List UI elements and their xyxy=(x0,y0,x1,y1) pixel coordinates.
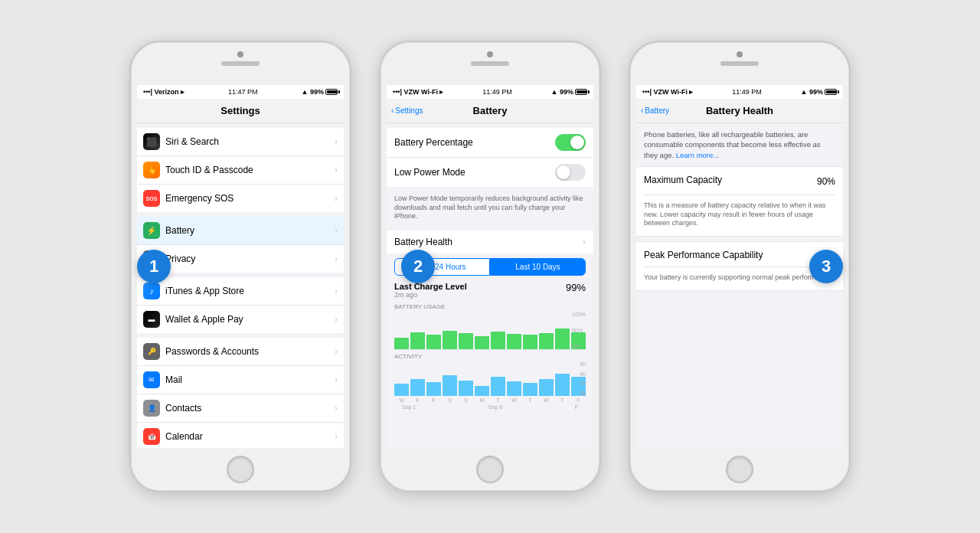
bar xyxy=(475,386,489,397)
bar xyxy=(426,335,441,349)
speaker-2 xyxy=(471,61,509,66)
nav-bar-2: ‹ Settings Battery xyxy=(387,99,593,123)
carrier-2: •••| VZW Wi-Fi ▸ xyxy=(393,88,443,96)
bar xyxy=(426,382,441,396)
carrier-3: •••| VZW Wi-Fi ▸ xyxy=(642,88,693,96)
speaker xyxy=(221,61,260,66)
settings-group-3: ♪ iTunes & App Store › ▬ Wallet & Apple … xyxy=(137,277,344,333)
list-item[interactable]: 👤 Contacts › xyxy=(137,394,344,423)
list-item[interactable]: ⚡ Battery › xyxy=(137,217,344,245)
date-range: Sep 1 Sep 8 F xyxy=(394,404,586,410)
status-bar-2: •••| VZW Wi-Fi ▸ 11:49 PM ▲ 99% xyxy=(387,85,593,99)
battery-icon-2 xyxy=(575,89,587,95)
battery-toggle-group: Battery Percentage Low Power Mode xyxy=(387,128,593,187)
speaker-3 xyxy=(720,61,759,66)
bar xyxy=(555,329,570,349)
list-item[interactable]: ♪ iTunes & App Store › xyxy=(137,277,344,306)
list-item[interactable]: ▬ Wallet & Apple Pay › xyxy=(137,306,344,333)
bar xyxy=(394,338,409,349)
health-chevron: › xyxy=(583,237,586,247)
camera-icon-2 xyxy=(487,51,493,57)
time-1: 11:47 PM xyxy=(228,88,258,96)
touch-id-icon: 👆 xyxy=(143,162,160,178)
bar xyxy=(491,377,505,396)
bar xyxy=(459,381,473,396)
bh-intro: Phone batteries, like all rechargeable b… xyxy=(636,123,843,166)
divider xyxy=(644,195,835,195)
home-button-2[interactable] xyxy=(476,456,504,483)
battery-percentage-toggle[interactable] xyxy=(555,134,586,151)
status-bar-3: •••| VZW Wi-Fi ▸ 11:49 PM ▲ 99% xyxy=(636,85,843,99)
bar xyxy=(571,377,586,396)
step-3-circle: 3 xyxy=(809,250,843,283)
carrier-1: •••| Verizon ▸ xyxy=(143,88,185,96)
list-item[interactable]: ⬛ Siri & Search › xyxy=(137,128,344,156)
bar xyxy=(539,333,554,350)
camera-icon xyxy=(237,51,243,57)
back-button-3[interactable]: ‹ Battery xyxy=(641,106,669,115)
low-power-toggle[interactable] xyxy=(555,164,586,181)
bar xyxy=(410,332,425,349)
time-3: 11:49 PM xyxy=(732,88,762,96)
max-capacity-group: Maximum Capacity 90% This is a measure o… xyxy=(636,166,843,237)
phone-3-top xyxy=(720,51,759,66)
bar xyxy=(443,375,457,396)
battery-settings-icon: ⚡ xyxy=(143,222,160,239)
siri-icon: ⬛ xyxy=(143,133,160,150)
list-item[interactable]: 📅 Calendar › xyxy=(137,423,344,448)
bar-chart-blue: 6h 4h 2h 0h xyxy=(394,361,586,396)
battery-icon-1 xyxy=(325,89,338,95)
battery-icon-3 xyxy=(825,89,837,95)
last-10d-button[interactable]: Last 10 Days xyxy=(490,258,586,276)
settings-group-4: 🔑 Passwords & Accounts › ✉ Mail › 👤 Cont… xyxy=(137,338,344,448)
battery-percentage-row[interactable]: Battery Percentage xyxy=(387,128,593,158)
arrow-pointer-2: ▶ xyxy=(387,236,387,248)
bar-chart-green: 100% 50% 0% xyxy=(394,312,586,350)
signal-1: ▲ 99% xyxy=(302,88,338,96)
bar xyxy=(539,379,554,397)
calendar-icon: 📅 xyxy=(143,428,160,445)
phone-2-top xyxy=(471,51,509,66)
camera-icon-3 xyxy=(737,51,743,57)
bar xyxy=(475,336,489,349)
emergency-sos-icon: SOS xyxy=(143,190,160,207)
bar xyxy=(459,333,473,349)
list-item[interactable]: 👆 Touch ID & Passcode › xyxy=(137,156,344,185)
nav-bar-3: ‹ Battery Battery Health xyxy=(636,99,843,123)
bar xyxy=(491,332,505,350)
settings-list: ⬛ Siri & Search › 👆 Touch ID & Passcode … xyxy=(137,123,344,448)
passwords-icon: 🔑 xyxy=(143,343,160,360)
phone-1-top xyxy=(221,51,260,66)
max-capacity-row: Maximum Capacity 90% xyxy=(644,175,835,188)
signal-3: ▲ 99% xyxy=(801,88,837,96)
bar xyxy=(394,384,409,396)
bar xyxy=(571,332,586,350)
bar xyxy=(507,381,521,396)
bar xyxy=(523,335,537,349)
list-item[interactable]: SOS Emergency SOS › xyxy=(137,185,344,212)
nav-title-2: Battery xyxy=(473,105,508,116)
list-item[interactable]: ✉ Mail › xyxy=(137,366,344,394)
bar xyxy=(555,374,570,396)
bar xyxy=(410,379,425,397)
x-axis: W F F S S M T W T W T F xyxy=(394,396,586,404)
status-bar-1: •••| Verizon ▸ 11:47 PM ▲ 99% xyxy=(137,85,344,99)
back-button-2[interactable]: ‹ Settings xyxy=(391,106,423,115)
nav-title-3: Battery Health xyxy=(706,105,773,116)
home-button-1[interactable] xyxy=(227,456,254,483)
itunes-icon: ♪ xyxy=(143,283,160,299)
time-2: 11:49 PM xyxy=(482,88,512,96)
wallet-icon: ▬ xyxy=(143,311,160,328)
low-power-row[interactable]: Low Power Mode xyxy=(387,158,593,187)
learn-more-link[interactable]: Learn more... xyxy=(676,151,720,159)
home-button-3[interactable] xyxy=(726,456,753,483)
settings-group-1: ⬛ Siri & Search › 👆 Touch ID & Passcode … xyxy=(137,128,344,212)
nav-bar-1: Settings xyxy=(137,99,344,123)
list-item[interactable]: 🔑 Passwords & Accounts › xyxy=(137,338,344,366)
low-power-note: Low Power Mode temporarily reduces backg… xyxy=(387,191,593,226)
bar xyxy=(443,331,457,350)
bar xyxy=(523,383,537,396)
step-1-circle: 1 xyxy=(137,250,171,283)
mail-icon: ✉ xyxy=(143,371,160,388)
battery-usage-chart: BATTERY USAGE xyxy=(387,302,593,411)
